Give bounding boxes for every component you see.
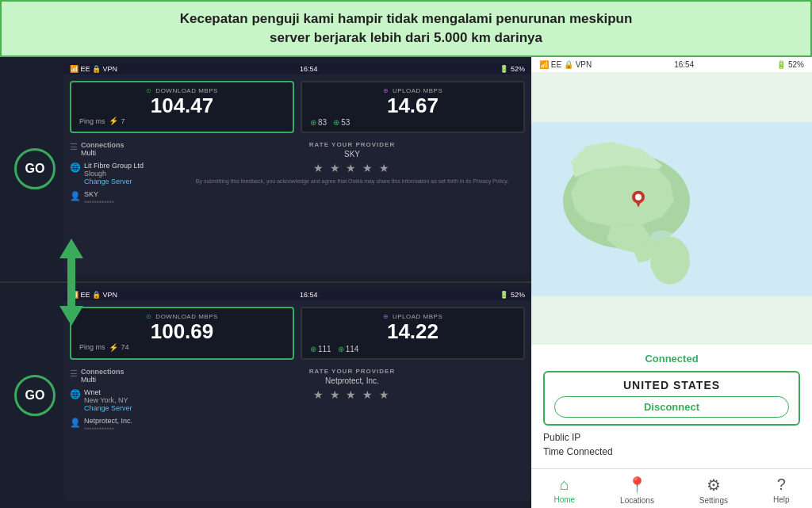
help-icon: ?: [777, 476, 786, 494]
nav-settings-label: Settings: [699, 496, 728, 505]
vpn-status-time: 16:54: [674, 60, 694, 69]
stars-bottom: ★ ★ ★ ★ ★: [179, 388, 525, 401]
locations-icon: 📍: [627, 476, 647, 495]
vpn-panel: 📶 EE 🔒 VPN 16:54 🔋 52%: [531, 57, 812, 508]
speedtest-content-top: ⊙ DOWNLOAD Mbps 104.47 Ping ms ⚡ 7: [63, 74, 531, 276]
home-icon: ⌂: [560, 476, 569, 494]
status-time-top: 16:54: [300, 65, 318, 73]
phone-screen-top: 📶 EE 🔒 VPN 16:54 🔋 52% ⊙ DOWNLOAD Mbps: [63, 63, 531, 276]
nav-help-label: Help: [773, 495, 790, 504]
speedtest-content-bottom: ⊙ DOWNLOAD Mbps 100.69 Ping ms ⚡ 74: [63, 300, 531, 502]
connected-text: Connected: [543, 353, 800, 365]
download-value-top: 104.47: [79, 94, 285, 117]
svg-point-8: [650, 236, 690, 284]
time-connected-row: Time Connected: [543, 446, 800, 457]
bottom-nav: ⌂ Home 📍 Locations ⚙ Settings ? Help: [531, 468, 812, 508]
phone-screen-bottom: 📶 EE 🔒 VPN 16:54 🔋 52% ⊙ DOWNLOAD Mbps: [63, 289, 531, 502]
nav-item-settings[interactable]: ⚙ Settings: [699, 476, 728, 505]
info-section-top: ☰ Connections Multi 🌐 Lit Fibr: [70, 141, 525, 269]
ping-row-top: Ping ms ⚡ 7: [79, 116, 285, 125]
speed-row-top: ⊙ DOWNLOAD Mbps 104.47 Ping ms ⚡ 7: [70, 81, 525, 134]
status-bar-bottom: 📶 EE 🔒 VPN 16:54 🔋 52%: [63, 289, 531, 300]
info-section-bottom: ☰ Connections Multi 🌐 Wnet: [70, 368, 525, 495]
svg-point-7: [635, 193, 642, 200]
status-right-bottom: 🔋 52%: [500, 291, 525, 299]
map-area: [531, 73, 812, 345]
public-ip-row: Public IP: [543, 432, 800, 443]
settings-icon: ⚙: [707, 476, 721, 495]
status-bar-top: 📶 EE 🔒 VPN 16:54 🔋 52%: [63, 63, 531, 74]
upload-value-top: 14.67: [310, 94, 515, 117]
vpn-status-left: 📶 EE 🔒 VPN: [539, 60, 592, 69]
speed-row-bottom: ⊙ DOWNLOAD Mbps 100.69 Ping ms ⚡ 74: [70, 307, 525, 360]
country-box: UNITED STATES Disconnect: [543, 371, 800, 426]
nav-locations-label: Locations: [620, 496, 654, 505]
nav-item-help[interactable]: ? Help: [773, 476, 790, 505]
connected-section: Connected UNITED STATES Disconnect Publi…: [531, 345, 812, 468]
upload-box-top: ⊕ UPLOAD Mbps 14.67 ⊕ 83: [301, 81, 525, 134]
vpn-status-right: 🔋 52%: [776, 60, 804, 69]
disclaimer-top: By submitting this feedback, you acknowl…: [179, 178, 525, 185]
screenshots-panel: GO 📶 EE 🔒 VPN 16:54 🔋 52%: [0, 57, 531, 508]
ping-icon-top: ⚡: [109, 116, 118, 125]
map-svg: [531, 73, 812, 345]
nav-item-home[interactable]: ⌂ Home: [553, 476, 575, 505]
vpn-phone-frame: 📶 EE 🔒 VPN 16:54 🔋 52%: [531, 57, 812, 508]
status-right-top: 🔋 52%: [500, 65, 525, 73]
header-text-line1: Kecepatan penguji kami hampir tidak meng…: [180, 11, 633, 26]
ping-row-bottom: Ping ms ⚡ 74: [79, 343, 285, 352]
comparison-arrow: [48, 57, 95, 508]
ping-icon-bottom: ⚡: [109, 343, 118, 352]
header-text-line2: server berjarak lebih dari 5.000 km dari…: [270, 30, 542, 45]
header-banner: Kecepatan penguji kami hampir tidak meng…: [0, 0, 812, 57]
status-time-bottom: 16:54: [300, 291, 318, 299]
nav-item-locations[interactable]: 📍 Locations: [620, 476, 654, 505]
vpn-status-bar: 📶 EE 🔒 VPN 16:54 🔋 52%: [531, 57, 812, 73]
svg-marker-0: [59, 239, 83, 282]
disconnect-button[interactable]: Disconnect: [554, 396, 789, 418]
country-name: UNITED STATES: [554, 379, 789, 392]
svg-marker-1: [59, 282, 83, 326]
upload-box-bottom: ⊕ UPLOAD Mbps 14.22 ⊕ 111: [301, 307, 525, 360]
download-value-bottom: 100.69: [79, 320, 285, 343]
nav-home-label: Home: [553, 495, 575, 504]
download-box-bottom: ⊙ DOWNLOAD Mbps 100.69 Ping ms ⚡ 74: [70, 307, 294, 360]
upload-value-bottom: 14.22: [310, 320, 515, 343]
stars-top: ★ ★ ★ ★ ★: [179, 162, 525, 174]
download-box-top: ⊙ DOWNLOAD Mbps 104.47 Ping ms ⚡ 7: [70, 81, 294, 134]
main-content: GO 📶 EE 🔒 VPN 16:54 🔋 52%: [0, 57, 812, 508]
